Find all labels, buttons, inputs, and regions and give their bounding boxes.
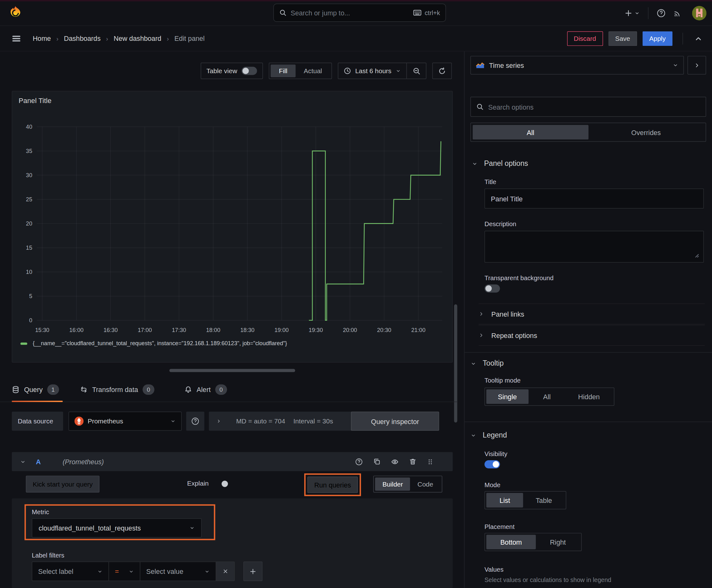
time-range-button[interactable]: Last 6 hours [339, 63, 407, 79]
database-icon [12, 385, 20, 393]
topbar-divider [648, 7, 648, 19]
save-button[interactable]: Save [608, 31, 637, 45]
breadcrumb-home[interactable]: Home [33, 35, 51, 42]
drag-query-icon[interactable] [427, 458, 434, 465]
legend-list-option[interactable]: List [486, 493, 523, 507]
toggle-viz-picker-button[interactable] [688, 56, 706, 75]
series-legend-label[interactable]: {__name__="cloudflared_tunnel_total_requ… [33, 340, 287, 346]
tooltip-all-option[interactable]: All [528, 390, 565, 404]
panel-links-section[interactable]: Panel links [479, 303, 705, 324]
code-option[interactable]: Code [410, 478, 440, 491]
series-color-swatch [20, 342, 27, 344]
grafana-logo[interactable] [8, 5, 23, 20]
builder-option[interactable]: Builder [375, 478, 410, 491]
delete-query-icon[interactable] [409, 458, 416, 465]
news-button[interactable] [669, 6, 686, 20]
tooltip-hidden-option[interactable]: Hidden [565, 390, 612, 404]
user-avatar[interactable] [692, 6, 706, 20]
placement-right-option[interactable]: Right [536, 534, 580, 549]
transparent-background-toggle[interactable] [484, 284, 500, 292]
tab-alert[interactable]: Alert 0 [177, 377, 234, 402]
tab-alert-label: Alert [196, 385, 211, 393]
tab-overrides[interactable]: Overrides [588, 125, 704, 140]
metric-value: cloudflared_tunnel_total_requests [39, 524, 141, 532]
tooltip-section-header[interactable]: Tooltip [470, 357, 503, 370]
tab-query[interactable]: Query 1 [12, 377, 66, 402]
run-queries-button[interactable]: Run queries [307, 477, 358, 493]
tab-transform-data[interactable]: Transform data 0 [72, 377, 162, 402]
legend-section-header[interactable]: Legend [470, 428, 507, 442]
vertical-scrollbar-thumb[interactable] [454, 304, 457, 422]
query-help-icon[interactable] [355, 458, 363, 465]
table-view-toggle[interactable] [242, 67, 257, 75]
query-count-badge: 1 [47, 384, 59, 395]
repeat-options-label: Repeat options [491, 331, 537, 339]
table-view-control[interactable]: Table view [201, 63, 263, 79]
main-area: Table view Fill Actual Last 6 hours [0, 51, 712, 588]
refresh-button[interactable] [432, 63, 452, 79]
bell-icon [184, 385, 192, 393]
top-navigation-bar: ctrl+k [0, 0, 712, 26]
visualization-select[interactable]: Time series [470, 56, 684, 75]
discard-button[interactable]: Discard [567, 31, 603, 45]
zoom-out-button[interactable] [407, 63, 426, 79]
query-builder-body: Metric cloudflared_tunnel_total_requests… [12, 499, 453, 588]
breadcrumb-dashboards[interactable]: Dashboards [64, 35, 101, 42]
select-value-dropdown[interactable]: Select value [140, 562, 216, 581]
breadcrumb-new-dashboard[interactable]: New dashboard [114, 35, 161, 42]
search-input[interactable] [291, 9, 409, 17]
operator-value: = [115, 568, 119, 575]
duplicate-query-icon[interactable] [373, 458, 381, 465]
options-search-box[interactable] [470, 97, 706, 117]
select-label-dropdown[interactable]: Select label [32, 562, 109, 581]
metric-select[interactable]: cloudflared_tunnel_total_requests [32, 518, 201, 538]
options-search-input[interactable] [488, 103, 700, 111]
chevron-down-icon [170, 418, 175, 424]
svg-text:10: 10 [26, 269, 33, 275]
panel-description-textarea[interactable] [484, 231, 704, 262]
panel-title-input[interactable] [484, 188, 704, 209]
repeat-options-section[interactable]: Repeat options [479, 325, 705, 346]
time-range-label: Last 6 hours [355, 67, 391, 75]
legend-visibility-toggle[interactable] [484, 460, 500, 468]
time-series-chart[interactable]: 051015202530354015:3016:0016:3017:0017:3… [12, 119, 453, 338]
tooltip-single-option[interactable]: Single [486, 390, 528, 404]
legend-placement-label: Placement [484, 523, 515, 530]
datasource-help-button[interactable] [186, 412, 204, 430]
hide-query-icon[interactable] [391, 458, 399, 465]
operator-dropdown[interactable]: = [109, 562, 140, 581]
placement-bottom-option[interactable]: Bottom [486, 534, 536, 549]
help-button[interactable] [653, 6, 669, 20]
query-row-header[interactable]: A (Prometheus) [12, 452, 453, 471]
collapse-options-icon[interactable] [693, 33, 704, 44]
datasource-bar: Data source Prometheus [12, 412, 453, 430]
svg-text:20: 20 [26, 220, 33, 227]
panel-toolbar: Table view Fill Actual Last 6 hours [201, 63, 452, 79]
breadcrumb: Home › Dashboards › New dashboard › Edit… [33, 35, 205, 42]
query-inspector-button[interactable]: Query inspector [351, 412, 439, 430]
tab-all-options[interactable]: All [473, 125, 588, 140]
fill-option[interactable]: Fill [271, 64, 296, 77]
search-box[interactable]: ctrl+k [274, 4, 446, 22]
add-new-button[interactable] [621, 6, 643, 20]
panel-options-section-header[interactable]: Panel options [472, 157, 528, 170]
panel-resize-handle[interactable] [170, 369, 296, 372]
apply-button[interactable]: Apply [642, 31, 672, 45]
collapse-query-icon[interactable] [20, 459, 26, 465]
actions-divider [683, 33, 683, 44]
kickstart-query-button[interactable]: Kick start your query [26, 476, 100, 492]
svg-text:5: 5 [29, 293, 33, 299]
menu-icon[interactable] [12, 34, 21, 43]
close-icon [222, 568, 228, 574]
datasource-picker[interactable]: Prometheus [68, 412, 181, 430]
actual-option[interactable]: Actual [296, 64, 330, 77]
keyboard-icon [413, 9, 421, 16]
remove-filter-button[interactable] [216, 562, 235, 581]
search-shortcut: ctrl+k [413, 9, 440, 16]
legend-table-option[interactable]: Table [523, 493, 564, 507]
add-filter-button[interactable] [243, 562, 262, 581]
explain-label: Explain [187, 480, 209, 487]
time-series-viz-icon [476, 62, 484, 69]
metric-label: Metric [32, 508, 49, 516]
transform-count-badge: 0 [143, 384, 154, 395]
